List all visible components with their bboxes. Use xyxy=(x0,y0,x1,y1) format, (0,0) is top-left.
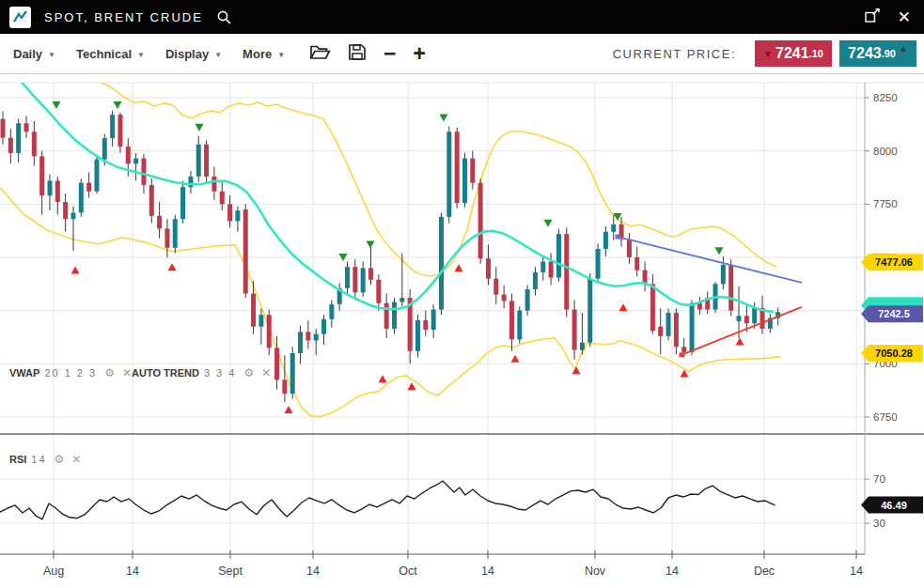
autotrend-indicator-label: AUTO TREND 3 3 4 ⚙ ✕ xyxy=(132,366,271,379)
buy-signal-icon xyxy=(455,264,463,271)
buy-signal-icon xyxy=(408,382,416,390)
svg-text:Aug: Aug xyxy=(43,565,64,578)
svg-text:7050.28: 7050.28 xyxy=(875,348,913,359)
svg-text:6750: 6750 xyxy=(873,411,898,423)
menu-more[interactable]: More ▼ xyxy=(243,47,285,61)
sell-signal-icon xyxy=(544,220,553,227)
svg-text:Nov: Nov xyxy=(585,565,606,578)
grid-lines xyxy=(0,83,924,554)
chevron-down-icon: ▼ xyxy=(277,49,285,59)
svg-text:14: 14 xyxy=(481,565,494,578)
menu-daily[interactable]: Daily ▼ xyxy=(13,47,55,61)
sell-signal-icon xyxy=(114,101,122,109)
save-icon[interactable] xyxy=(348,43,367,65)
ask-price-badge: 7243.90 ▲ xyxy=(839,40,916,67)
buy-signal-icon xyxy=(379,375,387,382)
vwap-settings-gear-icon[interactable]: ⚙ xyxy=(104,366,115,379)
chevron-down-icon: ▼ xyxy=(48,49,55,59)
search-icon[interactable] xyxy=(216,9,232,25)
ask-price-value: 7243 xyxy=(848,45,882,62)
vwap-indicator-label: VWAP 20 1 2 3 ⚙ ✕ xyxy=(9,366,132,379)
vwap-remove-icon[interactable]: ✕ xyxy=(122,366,132,379)
chevron-down-icon: ▼ xyxy=(214,49,222,59)
svg-text:Dec: Dec xyxy=(754,565,775,578)
sell-signal-icon xyxy=(440,115,448,122)
buy-signal-icon xyxy=(71,267,80,274)
rsi-settings-gear-icon[interactable]: ⚙ xyxy=(55,453,65,466)
buy-signal-icon xyxy=(511,355,520,363)
sell-signal-icon xyxy=(614,213,622,221)
svg-text:30: 30 xyxy=(873,518,885,529)
price-down-icon: ▼ xyxy=(763,49,773,59)
zoom-out-button[interactable]: − xyxy=(384,44,396,63)
svg-text:8000: 8000 xyxy=(873,146,898,157)
rsi-indicator-label: RSI 14 ⚙ ✕ xyxy=(9,453,81,466)
buy-signal-icon xyxy=(736,338,744,346)
autotrend-remove-icon[interactable]: ✕ xyxy=(261,366,271,379)
bid-price-badge: ▼ 7241.10 xyxy=(755,40,832,67)
open-folder-icon[interactable] xyxy=(309,43,331,65)
current-price-label: CURRENT PRICE: xyxy=(613,47,736,61)
price-up-icon: ▲ xyxy=(899,43,908,54)
popout-button[interactable] xyxy=(865,8,881,26)
price-chart[interactable]: 82508000775075007250700067507030Aug14Sep… xyxy=(0,74,924,588)
autotrend-settings-gear-icon[interactable]: ⚙ xyxy=(243,366,254,379)
app-logo-icon xyxy=(9,7,31,28)
toolbar: Daily ▼ Technical ▼ Display ▼ More ▼ − + xyxy=(0,34,924,74)
sell-signal-icon xyxy=(715,247,724,255)
title-bar: SPOT, BRENT CRUDE ✕ xyxy=(0,0,924,34)
svg-text:8250: 8250 xyxy=(873,92,898,103)
svg-text:14: 14 xyxy=(306,565,320,578)
svg-text:Oct: Oct xyxy=(399,565,417,578)
bid-price-value: 7241 xyxy=(775,45,809,62)
menu-display[interactable]: Display ▼ xyxy=(165,47,222,61)
upper-band-price-badge: 7477.06 xyxy=(861,254,923,271)
svg-text:46.49: 46.49 xyxy=(881,500,907,511)
last-price-badge: 7242.5 xyxy=(861,305,923,322)
close-icon[interactable]: ✕ xyxy=(898,9,911,25)
svg-text:7242.5: 7242.5 xyxy=(878,308,910,319)
svg-text:14: 14 xyxy=(666,565,679,578)
chevron-down-icon: ▼ xyxy=(137,49,145,59)
svg-text:14: 14 xyxy=(850,565,863,578)
svg-text:70: 70 xyxy=(873,473,885,485)
buy-signal-icon xyxy=(572,366,581,374)
buy-signal-icon xyxy=(168,263,177,271)
rsi-value-badge: 46.49 xyxy=(861,497,923,514)
buy-signal-icon xyxy=(285,406,293,413)
sell-signal-icon xyxy=(367,240,375,248)
zoom-in-button[interactable]: + xyxy=(414,44,426,63)
svg-text:7750: 7750 xyxy=(873,198,898,209)
svg-text:7477.06: 7477.06 xyxy=(875,256,913,268)
sell-signal-icon xyxy=(196,124,204,132)
svg-text:Sept: Sept xyxy=(218,565,243,578)
window-title: SPOT, BRENT CRUDE xyxy=(44,10,203,24)
rsi-remove-icon[interactable]: ✕ xyxy=(71,453,81,466)
buy-signal-icon xyxy=(619,303,628,311)
lower-band-price-badge: 7050.28 xyxy=(861,345,923,362)
menu-technical[interactable]: Technical ▼ xyxy=(76,47,145,61)
svg-text:14: 14 xyxy=(126,565,139,578)
rsi-panel xyxy=(0,481,775,519)
